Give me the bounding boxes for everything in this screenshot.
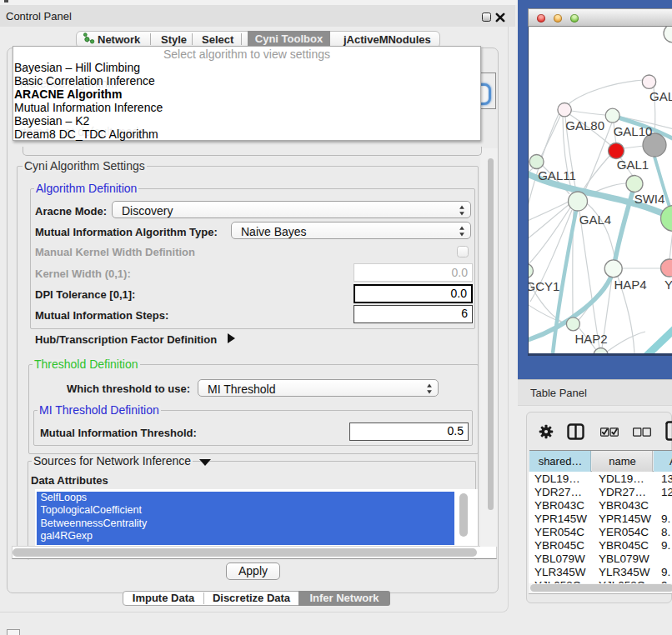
svg-text:HAP4: HAP4 xyxy=(614,278,646,292)
svg-text:GAL10: GAL10 xyxy=(614,124,653,138)
svg-text:GAL1: GAL1 xyxy=(617,158,649,172)
svg-text:GAL7: GAL7 xyxy=(649,89,672,103)
svg-text:Y: Y xyxy=(664,278,672,292)
svg-text:GAL11: GAL11 xyxy=(538,168,576,182)
svg-text:GAL80: GAL80 xyxy=(565,118,604,132)
svg-text:GCY1: GCY1 xyxy=(529,279,559,293)
svg-text:SWI4: SWI4 xyxy=(634,192,665,206)
svg-text:HAP2: HAP2 xyxy=(574,332,607,346)
svg-text:GAL4: GAL4 xyxy=(579,212,611,227)
